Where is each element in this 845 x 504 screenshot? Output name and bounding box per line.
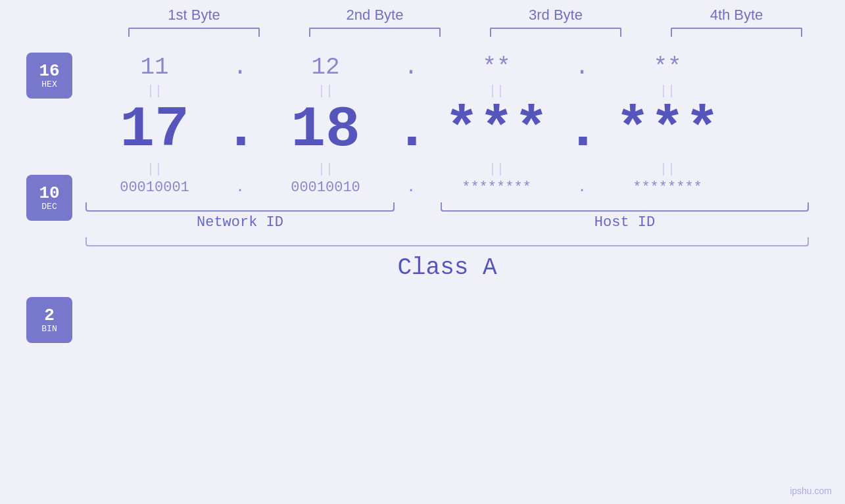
bin-dot-3: .	[566, 179, 598, 196]
eq1-1: ||	[85, 83, 224, 99]
bin-val-4: ********	[598, 179, 736, 196]
dec-val-4: ***	[598, 101, 736, 159]
bin-dot-2: .	[395, 179, 427, 196]
eq2-4: ||	[598, 162, 736, 177]
id-labels: Network ID Host ID	[85, 214, 809, 231]
top-bracket-1	[128, 28, 260, 37]
dec-dot-1: .	[224, 101, 256, 159]
eq2-3: ||	[427, 162, 566, 177]
dec-dot-2: .	[395, 101, 427, 159]
byte-header-4: 4th Byte	[664, 7, 809, 24]
hex-dot-3: .	[566, 54, 598, 81]
hex-dot-2: .	[395, 54, 427, 81]
long-bottom-bracket	[85, 237, 809, 246]
bin-row: 00010001 . 00010010 . ******** . *******…	[85, 179, 809, 196]
dec-dot-3: .	[566, 101, 598, 159]
hex-val-3: **	[427, 54, 566, 81]
bin-dot-1: .	[224, 179, 256, 196]
host-id-label: Host ID	[441, 214, 809, 231]
labels-column: 16 HEX 10 DEC 2 BIN	[0, 46, 85, 343]
byte-header-2: 2nd Byte	[302, 7, 447, 24]
hex-val-4: **	[598, 54, 736, 81]
dec-val-2: 18	[256, 101, 395, 159]
main-container: 1st Byte 2nd Byte 3rd Byte 4th Byte 16 H…	[0, 0, 845, 504]
top-bracket-3	[490, 28, 621, 37]
hex-row: 11 . 12 . ** . **	[85, 54, 809, 81]
eq2-1: ||	[85, 162, 224, 177]
byte-header-1: 1st Byte	[122, 7, 266, 24]
dec-val-3: ***	[427, 101, 566, 159]
network-id-bracket	[85, 202, 395, 212]
class-label: Class A	[85, 254, 809, 281]
bin-val-2: 00010010	[256, 179, 395, 196]
equals-row-1: || || || ||	[85, 83, 809, 99]
bin-badge: 2 BIN	[26, 297, 72, 343]
dec-badge: 10 DEC	[26, 175, 72, 221]
top-bracket-2	[309, 28, 441, 37]
eq2-2: ||	[256, 162, 395, 177]
hex-dot-1: .	[224, 54, 256, 81]
dec-val-1: 17	[85, 101, 224, 159]
hex-val-1: 11	[85, 54, 224, 81]
bottom-brackets-row	[85, 202, 809, 212]
hex-badge: 16 HEX	[26, 53, 72, 99]
dec-row: 17 . 18 . *** . ***	[85, 101, 809, 159]
host-id-bracket	[441, 202, 809, 212]
top-bracket-4	[671, 28, 802, 37]
hex-val-2: 12	[256, 54, 395, 81]
byte-header-3: 3rd Byte	[483, 7, 628, 24]
network-id-label: Network ID	[85, 214, 395, 231]
eq1-3: ||	[427, 83, 566, 99]
eq1-4: ||	[598, 83, 736, 99]
watermark: ipshu.com	[790, 486, 832, 496]
eq1-2: ||	[256, 83, 395, 99]
equals-row-2: || || || ||	[85, 162, 809, 177]
bin-val-1: 00010001	[85, 179, 224, 196]
bin-val-3: ********	[427, 179, 566, 196]
